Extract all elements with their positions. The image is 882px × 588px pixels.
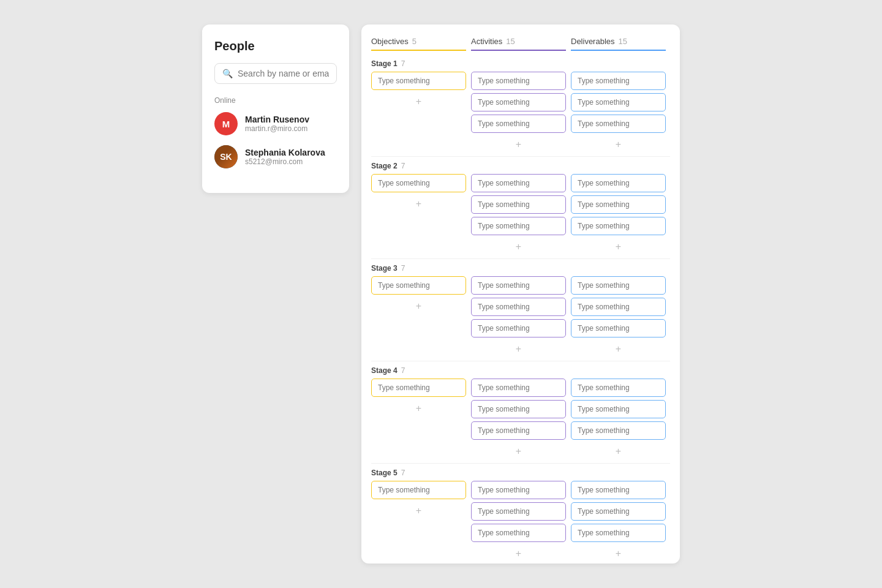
stage-label: Stage 2 bbox=[371, 162, 398, 170]
user-name: Martin Rusenov bbox=[245, 115, 309, 124]
add-act-button[interactable]: + bbox=[471, 138, 566, 151]
cell-input-del[interactable] bbox=[571, 524, 666, 542]
stage-count: 7 bbox=[401, 264, 405, 273]
add-act-button[interactable]: + bbox=[471, 547, 566, 560]
cell-input-act[interactable] bbox=[471, 217, 566, 235]
columns-header: Objectives 5Activities 15Deliverables 15 bbox=[371, 37, 670, 55]
cell-input-del[interactable] bbox=[571, 298, 666, 316]
stage-header-1: Stage 1 7 bbox=[371, 59, 670, 68]
cell-input-del[interactable] bbox=[571, 115, 666, 133]
user-item: SK Stephania Kolarova s5212@miro.com bbox=[214, 145, 337, 168]
avatar: M bbox=[214, 112, 238, 135]
stage-label: Stage 5 bbox=[371, 469, 398, 477]
cell-input-del[interactable] bbox=[571, 93, 666, 111]
add-del-button[interactable]: + bbox=[571, 445, 666, 458]
user-email: martin.r@miro.com bbox=[245, 124, 309, 133]
stage-count: 7 bbox=[401, 59, 405, 68]
cell-input-obj[interactable] bbox=[371, 72, 466, 90]
cell-input-obj[interactable] bbox=[371, 379, 466, 397]
cell-input-obj[interactable] bbox=[371, 276, 466, 295]
stage-count: 7 bbox=[401, 469, 405, 477]
user-info: Stephania Kolarova s5212@miro.com bbox=[245, 148, 325, 166]
cell-input-act[interactable] bbox=[471, 502, 566, 521]
cell-input-obj[interactable] bbox=[371, 174, 466, 192]
col-count: 5 bbox=[412, 37, 417, 46]
cell-input-act[interactable] bbox=[471, 115, 566, 133]
add-act-button[interactable]: + bbox=[471, 342, 566, 356]
stage-section-5: Stage 5 7+++ bbox=[371, 469, 670, 564]
col-label: Activities bbox=[471, 37, 502, 46]
obj-col: + bbox=[371, 72, 466, 108]
cell-input-del[interactable] bbox=[571, 195, 666, 214]
col-label: Deliverables bbox=[571, 37, 615, 46]
stage-section-3: Stage 3 7+++ bbox=[371, 264, 670, 361]
stage-header-2: Stage 2 7 bbox=[371, 162, 670, 170]
stage-section-1: Stage 1 7+++ bbox=[371, 59, 670, 157]
add-obj-button[interactable]: + bbox=[371, 402, 466, 415]
add-del-button[interactable]: + bbox=[571, 240, 666, 254]
cell-input-del[interactable] bbox=[571, 174, 666, 192]
stage-label: Stage 4 bbox=[371, 366, 398, 375]
cell-input-act[interactable] bbox=[471, 524, 566, 542]
cell-input-act[interactable] bbox=[471, 319, 566, 337]
col-header-del: Deliverables 15 bbox=[571, 37, 666, 51]
stage-header-5: Stage 5 7 bbox=[371, 469, 670, 477]
cell-input-del[interactable] bbox=[571, 379, 666, 397]
add-obj-button[interactable]: + bbox=[371, 95, 466, 108]
add-del-button[interactable]: + bbox=[571, 138, 666, 151]
cell-input-act[interactable] bbox=[471, 174, 566, 192]
search-input[interactable] bbox=[238, 69, 329, 78]
stage-row-3: +++ bbox=[371, 276, 670, 356]
cell-input-del[interactable] bbox=[571, 319, 666, 337]
people-title: People bbox=[214, 39, 337, 53]
cell-input-del[interactable] bbox=[571, 502, 666, 521]
cell-input-act[interactable] bbox=[471, 481, 566, 499]
user-info: Martin Rusenov martin.r@miro.com bbox=[245, 115, 309, 133]
cell-input-act[interactable] bbox=[471, 93, 566, 111]
add-act-button[interactable]: + bbox=[471, 445, 566, 458]
cell-input-act[interactable] bbox=[471, 276, 566, 295]
stage-section-4: Stage 4 7+++ bbox=[371, 366, 670, 464]
stage-header-3: Stage 3 7 bbox=[371, 264, 670, 273]
col-count: 15 bbox=[619, 37, 627, 46]
del-col: + bbox=[571, 72, 666, 151]
search-bar[interactable]: 🔍 bbox=[214, 63, 337, 84]
cell-input-act[interactable] bbox=[471, 379, 566, 397]
col-header-act: Activities 15 bbox=[471, 37, 566, 51]
add-obj-button[interactable]: + bbox=[371, 504, 466, 518]
cell-input-del[interactable] bbox=[571, 72, 666, 90]
stage-label: Stage 1 bbox=[371, 59, 398, 68]
col-count: 15 bbox=[506, 37, 514, 46]
online-label: Online bbox=[214, 96, 337, 105]
cell-input-del[interactable] bbox=[571, 421, 666, 440]
add-act-button[interactable]: + bbox=[471, 240, 566, 254]
users-list: M Martin Rusenov martin.r@miro.com SK St… bbox=[214, 112, 337, 168]
act-col: + bbox=[471, 72, 566, 151]
stage-row-4: +++ bbox=[371, 379, 670, 458]
stage-row-2: +++ bbox=[371, 174, 670, 254]
cell-input-act[interactable] bbox=[471, 195, 566, 214]
cell-input-obj[interactable] bbox=[371, 481, 466, 499]
cell-input-del[interactable] bbox=[571, 217, 666, 235]
add-del-button[interactable]: + bbox=[571, 547, 666, 560]
people-panel: People 🔍 Online M Martin Rusenov martin.… bbox=[202, 24, 349, 193]
act-col: + bbox=[471, 481, 566, 560]
del-col: + bbox=[571, 174, 666, 254]
stage-section-2: Stage 2 7+++ bbox=[371, 162, 670, 259]
cell-input-del[interactable] bbox=[571, 276, 666, 295]
col-label: Objectives bbox=[371, 37, 409, 46]
add-del-button[interactable]: + bbox=[571, 342, 666, 356]
cell-input-act[interactable] bbox=[471, 421, 566, 440]
cell-input-del[interactable] bbox=[571, 400, 666, 418]
cell-input-del[interactable] bbox=[571, 481, 666, 499]
obj-col: + bbox=[371, 379, 466, 415]
stage-count: 7 bbox=[401, 162, 405, 170]
cell-input-act[interactable] bbox=[471, 400, 566, 418]
cell-input-act[interactable] bbox=[471, 72, 566, 90]
act-col: + bbox=[471, 174, 566, 254]
avatar: SK bbox=[214, 145, 238, 168]
cell-input-act[interactable] bbox=[471, 298, 566, 316]
del-col: + bbox=[571, 481, 666, 560]
add-obj-button[interactable]: + bbox=[371, 197, 466, 211]
add-obj-button[interactable]: + bbox=[371, 300, 466, 313]
